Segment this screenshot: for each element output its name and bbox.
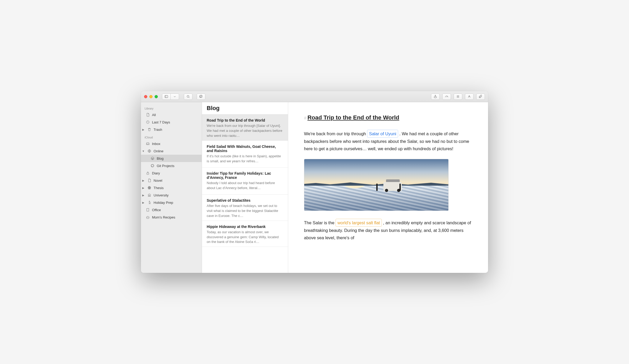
editor-paragraph[interactable]: We're back from our trip through Salar o… <box>304 130 472 152</box>
sidebar-item-label: All <box>152 113 156 117</box>
sidebar-item-label: Inbox <box>152 142 160 146</box>
toggle-sidebar-button[interactable] <box>162 93 171 100</box>
app-window: Library All Last 7 Days ▶ Trash iCloud I… <box>141 91 488 273</box>
attachments-button[interactable] <box>476 93 485 100</box>
close-window-button[interactable] <box>144 95 147 98</box>
window-controls <box>144 95 158 98</box>
sidebar-section-icloud: iCloud <box>141 135 202 140</box>
note-preview: After five days of beach holidays, we se… <box>207 204 283 217</box>
sidebar-item-label: Last 7 Days <box>152 120 170 124</box>
sidebar-item-label: Git Projects <box>157 164 174 168</box>
list-view-button[interactable] <box>454 93 462 100</box>
sidebar-item-label: Diary <box>152 171 160 175</box>
paperclip-icon <box>479 95 483 98</box>
note-title: Insider Tipp for Family Holidays: Lac d'… <box>207 171 283 180</box>
sidebar-item-thesis[interactable]: ▶ Thesis <box>141 184 202 191</box>
svg-rect-27 <box>147 209 149 211</box>
note-list-header: Blog <box>202 102 288 115</box>
note-item[interactable]: Hippie Hideaway at the Riverbank Today, … <box>202 221 288 247</box>
sidebar-item-label: Holiday Prep <box>154 201 173 205</box>
note-item[interactable]: Superlative of Stalactites After five da… <box>202 195 288 221</box>
building-icon <box>146 208 150 212</box>
doc-icon <box>147 178 151 183</box>
typography-button[interactable] <box>465 93 474 100</box>
sidebar-item-diary[interactable]: Diary <box>141 169 202 177</box>
sidebar-item-trash[interactable]: ▶ Trash <box>141 126 202 133</box>
chevron-down-icon <box>173 95 177 98</box>
disclosure-triangle-icon[interactable]: ▼ <box>142 150 145 153</box>
search-icon <box>186 95 190 98</box>
editor-text: We're back from our trip through <box>304 131 367 136</box>
hiker-icon <box>147 200 151 205</box>
wordpress-icon <box>150 156 155 160</box>
lock-icon <box>146 171 150 175</box>
heading-marker: # <box>304 116 306 120</box>
sidebar-item-label: Mom's Recipes <box>152 215 175 219</box>
pot-icon <box>146 215 150 219</box>
editor-image[interactable] <box>304 159 449 211</box>
highlight-token[interactable]: world's largest salt flat <box>336 219 382 227</box>
disclosure-triangle-icon[interactable]: ▶ <box>142 201 145 204</box>
editor-heading[interactable]: Road Trip to the End of the World <box>307 113 399 122</box>
note-title: Field Salad With Walnuts, Goat Cheese, a… <box>207 144 283 153</box>
svg-point-25 <box>149 201 150 202</box>
note-list: Blog Road Trip to the End of the World W… <box>202 102 288 273</box>
sidebar-item-online[interactable]: ▼ Online <box>141 147 202 155</box>
sidebar-item-blog[interactable]: Blog <box>141 155 202 162</box>
svg-rect-5 <box>434 97 437 98</box>
note-preview: We're back from our trip through [Salar … <box>207 123 283 137</box>
minimize-window-button[interactable] <box>149 95 153 98</box>
sidebar-item-novel[interactable]: ▶ Novel <box>141 177 202 184</box>
note-item[interactable]: Insider Tipp for Family Holidays: Lac d'… <box>202 168 288 195</box>
list-icon <box>456 95 460 98</box>
gauge-icon <box>445 95 449 98</box>
github-icon <box>150 164 155 168</box>
note-item[interactable]: Field Salad With Walnuts, Goat Cheese, a… <box>202 141 288 168</box>
share-button[interactable] <box>431 93 440 100</box>
disclosure-triangle-icon[interactable]: ▶ <box>142 128 145 131</box>
sidebar-item-gitprojects[interactable]: Git Projects <box>141 162 202 169</box>
sidebar-item-label: Thesis <box>154 186 164 190</box>
sidebar: Library All Last 7 Days ▶ Trash iCloud I… <box>141 102 202 273</box>
sidebar-item-label: Office <box>152 208 161 212</box>
sidebar-dropdown-button[interactable] <box>171 93 179 100</box>
svg-rect-15 <box>147 173 149 174</box>
share-icon <box>433 95 437 98</box>
note-preview: Nobody I told about our trip had heard b… <box>207 181 283 191</box>
sidebar-item-office[interactable]: Office <box>141 206 202 214</box>
sidebar-item-holidayprep[interactable]: ▶ Holiday Prep <box>141 199 202 206</box>
zoom-window-button[interactable] <box>155 95 158 98</box>
note-title: Superlative of Stalactites <box>207 198 283 202</box>
editor-paragraph[interactable]: The Salar is the world's largest salt fl… <box>304 219 472 241</box>
sidebar-item-all[interactable]: All <box>141 111 202 118</box>
image-person <box>399 184 401 191</box>
atom-icon <box>147 186 151 190</box>
image-person <box>376 184 378 191</box>
svg-point-16 <box>149 188 150 188</box>
sidebar-item-inbox[interactable]: Inbox <box>141 140 202 147</box>
stats-button[interactable] <box>442 93 451 100</box>
disclosure-triangle-icon[interactable]: ▶ <box>142 186 145 189</box>
editor[interactable]: #Road Trip to the End of the World We're… <box>288 102 488 273</box>
disclosure-triangle-icon[interactable]: ▶ <box>142 194 145 197</box>
note-item[interactable]: Road Trip to the End of the World We're … <box>202 115 288 141</box>
sidebar-item-momsrecipes[interactable]: Mom's Recipes <box>141 214 202 221</box>
note-title: Hippie Hideaway at the Riverbank <box>207 225 283 229</box>
note-title: Road Trip to the End of the World <box>207 118 283 122</box>
sidebar-item-label: University <box>154 193 169 197</box>
disclosure-triangle-icon[interactable]: ▶ <box>142 179 145 182</box>
sidebar-item-label: Novel <box>154 179 162 183</box>
sidebar-item-label: Blog <box>157 157 164 160</box>
compose-icon <box>199 95 203 98</box>
titlebar <box>141 91 488 102</box>
sidebar-section-library: Library <box>141 106 202 111</box>
svg-line-26 <box>150 202 150 204</box>
search-button[interactable] <box>184 93 192 100</box>
sidebar-icon <box>164 95 168 98</box>
sidebar-item-last7days[interactable]: Last 7 Days <box>141 118 202 126</box>
wiki-link-token[interactable]: Salar of Uyuni <box>367 130 398 138</box>
doc-icon <box>146 113 150 117</box>
compose-button[interactable] <box>197 93 205 100</box>
sidebar-item-label: Online <box>154 149 164 153</box>
sidebar-item-university[interactable]: ▶ University <box>141 191 202 199</box>
